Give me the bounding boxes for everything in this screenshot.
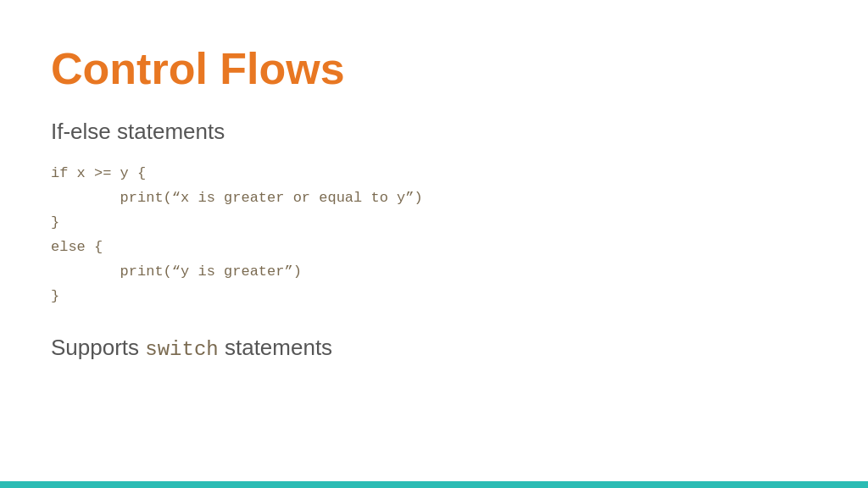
- slide-container: Control Flows If-else statements if x >=…: [0, 0, 868, 488]
- supports-text-before: Supports: [51, 335, 145, 360]
- switch-keyword: switch: [145, 338, 218, 361]
- code-line-5: print(“y is greater”): [51, 260, 817, 285]
- code-line-6: }: [51, 285, 817, 309]
- code-line-1: if x >= y {: [51, 162, 817, 186]
- code-line-3: }: [51, 211, 817, 236]
- code-block: if x >= y { print(“x is greater or equal…: [51, 162, 817, 308]
- bottom-bar: [0, 481, 868, 488]
- section2-text: Supports switch statements: [51, 335, 817, 361]
- code-line-4: else {: [51, 236, 817, 260]
- slide-title: Control Flows: [51, 42, 817, 95]
- section1-heading: If-else statements: [51, 119, 817, 145]
- supports-text-after: statements: [219, 335, 332, 360]
- code-line-2: print(“x is greater or equal to y”): [51, 186, 817, 211]
